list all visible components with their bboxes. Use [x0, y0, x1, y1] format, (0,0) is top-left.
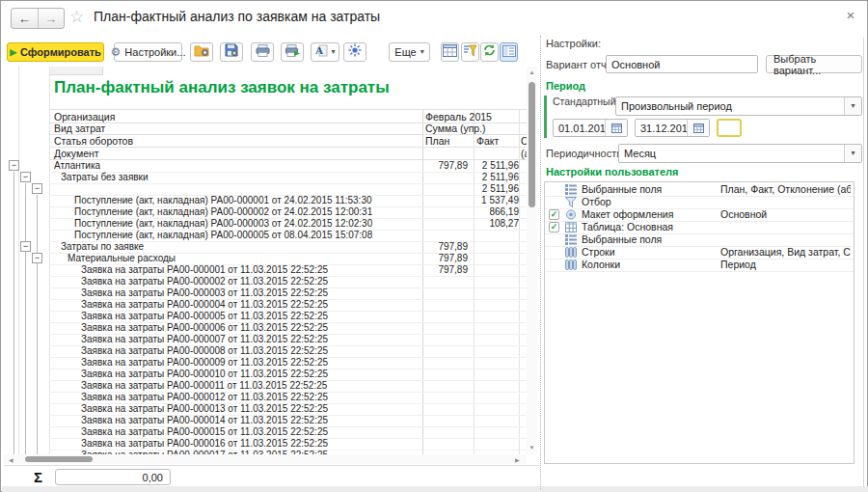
header-cell: План [425, 135, 449, 147]
lamp-icon [348, 43, 362, 61]
settings-item-name: Отбор [582, 196, 611, 208]
print-button[interactable] [251, 42, 274, 62]
header-cell: Документ [54, 148, 99, 159]
choose-variant-button[interactable]: Выбрать вариант... [766, 55, 862, 73]
checkbox[interactable]: ✓ [549, 222, 559, 232]
scroll-down-icon[interactable]: ▼ [527, 445, 537, 451]
settings-item[interactable]: Выбранные поляПлан, Факт, Отклонение (аб… [545, 183, 854, 197]
settings-item[interactable]: ✓Макет оформленияОсновной [545, 208, 854, 222]
row-text: Заявка на затраты РА00-000013 от 11.03.2… [81, 403, 328, 415]
user-settings-list[interactable]: Выбранные поляПлан, Факт, Отклонение (аб… [544, 181, 854, 464]
row-text: Заявка на затраты РА00-000010 от 11.03.2… [81, 369, 328, 380]
settings-item[interactable]: Выбранные поля [545, 233, 854, 247]
collapse-button[interactable]: − [32, 253, 42, 263]
open-variant-button[interactable] [190, 42, 213, 62]
panel-icon [502, 43, 516, 61]
date-to-field[interactable]: 31.12.2015 [635, 119, 710, 137]
dropdown-button[interactable]: ▾ [844, 145, 861, 162]
panel-splitter[interactable] [540, 36, 542, 489]
scroll-left-icon[interactable]: ◀ [9, 456, 14, 463]
refresh-settings-button[interactable] [480, 42, 499, 62]
row-text: Заявка на затраты РА00-000012 от 11.03.2… [81, 392, 328, 403]
collapse-button[interactable]: − [20, 241, 31, 252]
standard-variant-combo[interactable]: Произвольный период ▾ [615, 96, 862, 116]
sum-field[interactable]: 0,00 [55, 469, 171, 485]
row-text: Заявка на затраты РА00-000001 от 11.03.2… [81, 264, 328, 276]
back-icon: ← [18, 12, 31, 26]
favorite-star-icon[interactable]: ☆ [69, 8, 84, 27]
horizontal-scrollbar[interactable]: ◀ ▶ [4, 454, 527, 464]
settings-item-value: Организация, Вид затрат, Ста... [720, 246, 851, 259]
collapse-button[interactable]: − [20, 172, 31, 182]
calendar-button[interactable] [605, 120, 627, 136]
settings-item[interactable]: Отбор [545, 196, 854, 209]
settings-item-name: Выбранные поля [582, 183, 662, 196]
row-text: Поступление (акт, накладная) РА00-000003… [74, 218, 372, 230]
generate-button[interactable]: ▶ Сформировать [7, 42, 104, 62]
bottom-strip [2, 486, 868, 492]
settings-item[interactable]: КолонкиПериод [545, 259, 854, 272]
plan-cell: 797,89 [422, 160, 472, 172]
variant-field[interactable]: Основной [606, 55, 758, 73]
report-header-row: Статья оборотовПланФактО [49, 134, 527, 148]
settings-item[interactable]: ✓Таблица: Основная [545, 221, 854, 234]
variant-value: Основной [607, 59, 757, 70]
header-cell: Вид затрат [54, 123, 105, 134]
row-text: Заявка на затраты РА00-000007 от 11.03.2… [81, 334, 328, 345]
calendar-button[interactable] [687, 120, 709, 136]
settings-item-name: Колонки [582, 259, 620, 271]
standard-variant-value: Произвольный период [616, 100, 844, 112]
period-button[interactable] [441, 42, 459, 62]
settings-item-value: План, Факт, Отклонение (абс... [720, 183, 851, 196]
font-settings-button[interactable]: A ▾ [311, 42, 339, 62]
more-button[interactable]: Еще ▾ [389, 42, 430, 62]
settings-button[interactable]: ⚙ Настройки... [114, 42, 182, 62]
filter-settings-button[interactable] [461, 42, 479, 62]
row-text: Затраты по заявке [61, 241, 144, 253]
chevron-down-icon: ▾ [331, 48, 335, 56]
back-button[interactable]: ← [12, 9, 38, 28]
tree-line [37, 195, 38, 454]
row-text: Заявка на затраты РА00-000003 от 11.03.2… [81, 287, 328, 299]
row-text: Поступление (акт, накладная) РА00-000002… [74, 206, 372, 218]
collapse-button[interactable]: − [9, 160, 19, 171]
settings-item-name: Макет оформления [582, 208, 673, 221]
period-options-button[interactable] [717, 119, 742, 137]
toggle-settings-panel-button[interactable] [500, 42, 518, 62]
row-text: Затраты без заявки [61, 172, 149, 183]
dropdown-button[interactable]: ▾ [844, 97, 861, 115]
settings-item-name: Выбранные поля [582, 233, 662, 246]
close-icon[interactable]: × [842, 7, 859, 23]
calendar-grid-icon [443, 43, 457, 61]
periodicity-combo[interactable]: Месяц ▾ [618, 144, 862, 163]
date-from-field[interactable]: 01.01.2015 [553, 119, 628, 137]
highlight-button[interactable] [343, 42, 366, 62]
scroll-right-icon[interactable]: ▶ [515, 456, 520, 463]
horizontal-scroll-thumb[interactable] [25, 456, 93, 462]
settings-item[interactable]: СтрокиОрганизация, Вид затрат, Ста... [545, 246, 854, 260]
report-spreadsheet[interactable]: План-фактный анализ заявок на затраты Ор… [4, 67, 527, 454]
row-text: Заявка на затраты РА00-000016 от 11.03.2… [81, 438, 328, 450]
vertical-scrollbar[interactable]: ▲ ▼ [527, 67, 537, 454]
report-title: План-фактный анализ заявок на затраты [54, 78, 390, 97]
sum-icon: Σ [34, 469, 42, 485]
cols-icon [565, 260, 577, 272]
user-settings-header: Настройки пользователя [546, 166, 679, 178]
print-preview-button[interactable] [281, 42, 304, 62]
scroll-up-icon[interactable]: ▲ [527, 69, 537, 75]
standard-variant-label: Стандартный вариант: [553, 96, 610, 107]
report-header-row: Документ(а [49, 147, 527, 160]
tree-line [25, 183, 26, 454]
collapse-button[interactable]: − [32, 183, 42, 194]
row-text: Заявка на затраты РА00-000008 от 11.03.2… [81, 345, 328, 357]
row-text: Заявка на затраты РА00-000015 от 11.03.2… [81, 426, 328, 438]
forward-button[interactable]: → [38, 9, 65, 28]
checkbox[interactable]: ✓ [549, 209, 559, 220]
row-text: Заявка на затраты РА00-000006 от 11.03.2… [81, 322, 328, 334]
settings-item-value: Основной [720, 208, 851, 221]
row-text: Заявка на затраты РА00-000005 от 11.03.2… [81, 311, 328, 322]
chevron-down-icon: ▾ [420, 48, 424, 56]
panel-right-border [863, 38, 864, 487]
vertical-scroll-thumb[interactable] [529, 82, 535, 207]
save-variant-button[interactable] [220, 42, 243, 62]
